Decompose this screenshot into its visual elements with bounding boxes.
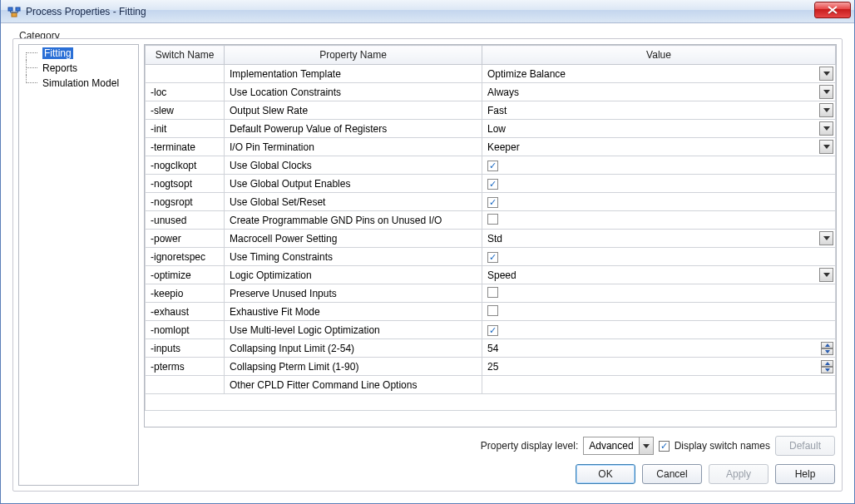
value-cell[interactable]: [482, 193, 836, 211]
value-cell[interactable]: Speed: [482, 266, 836, 284]
value-checkbox[interactable]: [487, 214, 498, 225]
spinner-up-icon[interactable]: [821, 360, 833, 367]
titlebar[interactable]: Process Properties - Fitting: [1, 0, 854, 23]
value-checkbox[interactable]: [487, 325, 498, 336]
value-checkbox[interactable]: [487, 287, 498, 298]
value-select[interactable]: Fast: [487, 103, 833, 117]
category-sidebar: FittingReportsSimulation Model: [13, 39, 142, 491]
table-row: -unusedCreate Programmable GND Pins on U…: [146, 211, 836, 230]
display-level-select[interactable]: Advanced: [583, 437, 653, 455]
table-row: -nogsroptUse Global Set/Reset: [146, 193, 836, 211]
value-select[interactable]: Std: [487, 231, 833, 245]
switch-cell: -terminate: [146, 138, 225, 156]
table-row: -nogtsoptUse Global Output Enables: [146, 175, 836, 193]
spinner-up-icon[interactable]: [821, 342, 833, 348]
table-row: -ptermsCollapsing Pterm Limit (1-90)25: [146, 358, 836, 376]
table-row: Implementation TemplateOptimize Balance: [146, 65, 836, 83]
display-switch-label: Display switch names: [675, 440, 770, 452]
value-text: Speed: [487, 269, 516, 281]
value-cell[interactable]: Fast: [482, 101, 836, 120]
table-row: Other CPLD Fitter Command Line Options: [146, 376, 836, 394]
chevron-down-icon[interactable]: [819, 121, 833, 136]
value-select[interactable]: Speed: [487, 268, 833, 282]
value-cell[interactable]: 54: [482, 339, 836, 358]
sidebar-item-fitting[interactable]: Fitting: [19, 45, 138, 60]
chevron-down-icon[interactable]: [819, 85, 833, 99]
value-checkbox[interactable]: [487, 252, 498, 263]
value-select[interactable]: Optimize Balance: [487, 67, 833, 81]
value-checkbox[interactable]: [487, 179, 498, 190]
value-text: Always: [487, 86, 519, 98]
value-cell[interactable]: Std: [482, 230, 836, 248]
value-cell[interactable]: Low: [482, 120, 836, 138]
dialog-buttons: OK Cancel Apply Help: [144, 461, 837, 486]
svg-rect-1: [16, 7, 20, 11]
switch-cell: -unused: [146, 211, 225, 230]
sidebar-item-reports[interactable]: Reports: [19, 60, 138, 75]
sidebar-item-simulation-model[interactable]: Simulation Model: [19, 75, 138, 90]
value-spinner[interactable]: 25: [487, 360, 833, 373]
value-checkbox[interactable]: [487, 161, 498, 171]
chevron-down-icon[interactable]: [819, 103, 833, 117]
value-cell[interactable]: [482, 376, 836, 394]
category-tree[interactable]: FittingReportsSimulation Model: [18, 44, 139, 486]
chevron-down-icon[interactable]: [819, 140, 833, 154]
col-property-name[interactable]: Property Name: [225, 46, 482, 65]
table-row: -exhaustExhaustive Fit Mode: [146, 303, 836, 321]
property-cell: Other CPLD Fitter Command Line Options: [225, 376, 482, 394]
table-row: -initDefault Powerup Value of RegistersL…: [146, 120, 836, 138]
switch-cell: [146, 376, 225, 394]
chevron-down-icon[interactable]: [819, 231, 833, 245]
value-cell[interactable]: [482, 321, 836, 339]
dialog-window: Process Properties - Fitting Category Fi…: [0, 0, 855, 504]
display-level-label: Property display level:: [481, 440, 578, 452]
chevron-down-icon[interactable]: [819, 67, 833, 81]
default-button[interactable]: Default: [775, 436, 835, 456]
sidebar-item-label: Simulation Model: [42, 77, 119, 89]
col-value[interactable]: Value: [482, 46, 836, 65]
display-switch-checkbox[interactable]: [659, 441, 670, 452]
sidebar-item-label: Reports: [42, 62, 77, 74]
value-cell[interactable]: [482, 211, 836, 230]
value-cell[interactable]: 25: [482, 358, 836, 376]
property-cell: Exhaustive Fit Mode: [225, 303, 482, 321]
app-icon: [7, 5, 21, 18]
property-cell: Use Location Constraints: [225, 83, 482, 101]
property-cell: Use Global Output Enables: [225, 175, 482, 193]
value-cell[interactable]: [482, 156, 836, 175]
chevron-down-icon[interactable]: [639, 437, 653, 454]
value-cell[interactable]: [482, 284, 836, 303]
close-button[interactable]: [814, 2, 851, 18]
value-text: 54: [487, 343, 498, 354]
switch-cell: -init: [146, 120, 225, 138]
value-cell[interactable]: [482, 175, 836, 193]
value-cell[interactable]: [482, 248, 836, 266]
apply-button[interactable]: Apply: [709, 464, 769, 484]
table-row: -nomloptUse Multi-level Logic Optimizati…: [146, 321, 836, 339]
spinner-down-icon[interactable]: [821, 367, 833, 373]
value-select[interactable]: Keeper: [487, 140, 833, 154]
spinner-down-icon[interactable]: [821, 348, 833, 355]
content-frame: FittingReportsSimulation Model Switch Na…: [12, 38, 843, 492]
value-cell[interactable]: Optimize Balance: [482, 65, 836, 83]
switch-cell: -ignoretspec: [146, 248, 225, 266]
value-select[interactable]: Low: [487, 121, 833, 136]
switch-cell: -exhaust: [146, 303, 225, 321]
help-button[interactable]: Help: [775, 464, 835, 484]
value-cell[interactable]: Keeper: [482, 138, 836, 156]
properties-grid[interactable]: Switch Name Property Name Value Implemen…: [144, 44, 837, 427]
switch-cell: -pterms: [146, 358, 225, 376]
value-spinner[interactable]: 54: [487, 342, 833, 355]
value-select[interactable]: Always: [487, 85, 833, 99]
cancel-button[interactable]: Cancel: [642, 464, 702, 484]
value-cell[interactable]: Always: [482, 83, 836, 101]
chevron-down-icon[interactable]: [819, 268, 833, 282]
main-area: Switch Name Property Name Value Implemen…: [142, 39, 842, 491]
value-checkbox[interactable]: [487, 305, 498, 316]
ok-button[interactable]: OK: [576, 464, 635, 484]
property-cell: Create Programmable GND Pins on Unused I…: [225, 211, 482, 230]
value-checkbox[interactable]: [487, 197, 498, 208]
col-switch-name[interactable]: Switch Name: [146, 46, 225, 65]
value-cell[interactable]: [482, 303, 836, 321]
value-text: Low: [487, 123, 506, 135]
